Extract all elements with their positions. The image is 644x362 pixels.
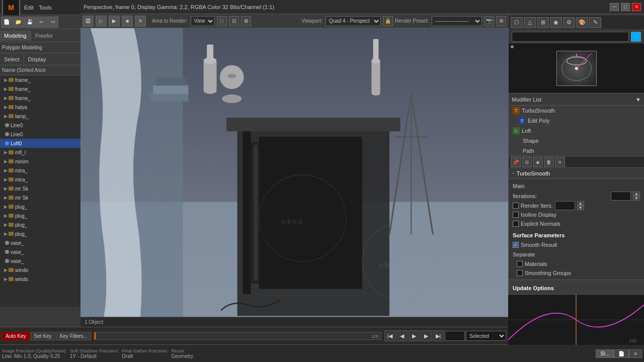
- menu-edit[interactable]: Edit: [22, 4, 36, 12]
- tree-item[interactable]: ▶minim: [0, 157, 80, 166]
- viewport-dropdown[interactable]: Quad 4 - Perspect: [326, 16, 381, 26]
- tree-item[interactable]: Line0: [0, 130, 80, 139]
- timeline-bar[interactable]: 100: [94, 332, 381, 340]
- tree-item[interactable]: ▶mira_: [0, 166, 80, 175]
- iterations-up[interactable]: ▲: [633, 192, 640, 196]
- tree-item[interactable]: ▶mfl_l: [0, 148, 80, 157]
- iterations-input[interactable]: 1: [611, 192, 631, 201]
- key-filters-button[interactable]: Key Filters...: [56, 332, 92, 340]
- go-to-end-button[interactable]: ▶|: [433, 330, 444, 341]
- preset-dropdown[interactable]: --------------------: [432, 16, 482, 26]
- tree-item[interactable]: vase_: [0, 247, 80, 256]
- undo-button[interactable]: ↩: [36, 17, 47, 28]
- tree-item[interactable]: ▶lamp_: [0, 112, 80, 121]
- status-tab-1[interactable]: SI...: [596, 349, 614, 358]
- smooth-result-checkbox[interactable]: [513, 242, 519, 248]
- render-stop-button[interactable]: ■: [122, 16, 133, 27]
- modifier-loft[interactable]: L Loft: [509, 126, 644, 136]
- tree-item[interactable]: ▶plug_: [0, 229, 80, 238]
- render-iters-checkbox[interactable]: [513, 203, 519, 209]
- preset-btn2[interactable]: ⚙: [496, 16, 506, 26]
- tree-item[interactable]: ▶mr Sk: [0, 184, 80, 193]
- close-button[interactable]: ✕: [632, 3, 641, 11]
- app-name: M: [8, 4, 14, 12]
- tree-item[interactable]: ▶plug_: [0, 220, 80, 229]
- display-icon[interactable]: ⬡: [511, 17, 523, 28]
- tree-item[interactable]: ▶halya: [0, 103, 80, 112]
- remove-modifier-button[interactable]: 🗑: [544, 157, 554, 167]
- render-icon[interactable]: 🎨: [576, 17, 588, 28]
- render-iters-input[interactable]: 0: [555, 201, 575, 210]
- svg-rect-10: [259, 137, 362, 289]
- prev-frame-button[interactable]: ◀: [396, 330, 408, 341]
- play-button[interactable]: ▶: [409, 330, 420, 341]
- render-frame-button[interactable]: ▷: [96, 16, 107, 27]
- materials-checkbox[interactable]: [517, 261, 523, 267]
- tree-item[interactable]: vase_: [0, 238, 80, 247]
- area-btn1[interactable]: □: [217, 16, 227, 26]
- geometry-icon[interactable]: △: [524, 17, 536, 28]
- modifier-editpoly[interactable]: E Edit Poly: [509, 116, 644, 126]
- frame-input[interactable]: 0: [445, 331, 465, 341]
- render-iters-down[interactable]: ▼: [577, 206, 584, 210]
- iterations-down[interactable]: ▼: [633, 196, 640, 201]
- smoothing-groups-checkbox[interactable]: [517, 270, 523, 276]
- area-btn3[interactable]: ⊞: [241, 16, 251, 26]
- redo-button[interactable]: ↪: [47, 17, 58, 28]
- render-setup-button[interactable]: 🖼: [83, 16, 94, 27]
- tree-item[interactable]: ▶frame_: [0, 84, 80, 94]
- tree-item[interactable]: ▶plug_: [0, 202, 80, 211]
- freeform-tab[interactable]: Freefor: [31, 31, 57, 41]
- open-button[interactable]: 📁: [13, 17, 24, 28]
- pin-stack-button[interactable]: 📌: [511, 157, 521, 167]
- show-end-result-button[interactable]: ⊙: [522, 157, 532, 167]
- area-btn2[interactable]: ⊡: [229, 16, 239, 26]
- select-tab[interactable]: Select: [0, 54, 24, 64]
- minimize-button[interactable]: ─: [610, 3, 619, 11]
- area-dropdown[interactable]: View: [191, 16, 215, 26]
- new-button[interactable]: 📄: [1, 17, 12, 28]
- modifier-list-dropdown[interactable]: ▼: [635, 97, 641, 103]
- render-iters-up[interactable]: ▲: [577, 201, 584, 206]
- tree-item[interactable]: vase_: [0, 256, 80, 265]
- next-frame-button[interactable]: ▶: [421, 330, 432, 341]
- tree-item[interactable]: ▶windo: [0, 265, 80, 275]
- motion-icon[interactable]: ◉: [550, 17, 562, 28]
- make-unique-button[interactable]: ◈: [533, 157, 543, 167]
- utilities-icon[interactable]: ⚙: [563, 17, 575, 28]
- hierarchy-icon[interactable]: ⊞: [537, 17, 549, 28]
- tree-item[interactable]: ▶windo: [0, 275, 80, 284]
- lock-viewport-button[interactable]: 🔒: [383, 16, 393, 26]
- tree-item[interactable]: ▶plug_: [0, 211, 80, 220]
- auto-key-button[interactable]: Auto Key: [2, 332, 30, 340]
- menu-tools[interactable]: Tools: [37, 4, 54, 12]
- tree-item[interactable]: ▶mr Sk: [0, 193, 80, 202]
- color-swatch[interactable]: [631, 32, 641, 42]
- go-to-start-button[interactable]: |◀: [384, 330, 395, 341]
- modifier-path[interactable]: Path: [509, 146, 644, 156]
- tree-item[interactable]: ▶frame_: [0, 94, 80, 103]
- status-tab-2[interactable]: 📄: [614, 349, 629, 358]
- extra-icon[interactable]: ✎: [589, 17, 601, 28]
- isoline-checkbox[interactable]: [513, 212, 519, 218]
- object-name-input[interactable]: Loft001: [512, 32, 629, 42]
- status-tab-close[interactable]: ✕: [629, 349, 642, 358]
- configure-sets-button[interactable]: ≡: [555, 157, 565, 167]
- set-key-button[interactable]: Set Key: [31, 332, 55, 340]
- selected-dropdown[interactable]: Selected: [466, 331, 506, 341]
- preset-btn1[interactable]: 📷: [484, 16, 494, 26]
- tree-item[interactable]: ▶frame_: [0, 75, 80, 84]
- render-active-button[interactable]: ▶: [109, 16, 120, 27]
- turbosmooth-header[interactable]: − TurboSmooth: [509, 168, 644, 179]
- tree-item[interactable]: Loft0: [0, 139, 80, 148]
- tree-item[interactable]: ▶mira_: [0, 175, 80, 184]
- modeling-tab[interactable]: Modeling: [0, 31, 31, 41]
- modifier-shape[interactable]: Shape: [509, 136, 644, 146]
- explicit-normals-checkbox[interactable]: [513, 221, 519, 227]
- display-tab[interactable]: Display: [24, 54, 50, 64]
- close-render-button[interactable]: ✕: [135, 16, 146, 27]
- save-button[interactable]: 💾: [24, 17, 35, 28]
- modifier-turbosmooth[interactable]: T TurboSmooth: [509, 106, 644, 116]
- tree-item[interactable]: Line0: [0, 121, 80, 130]
- maximize-button[interactable]: □: [621, 3, 630, 11]
